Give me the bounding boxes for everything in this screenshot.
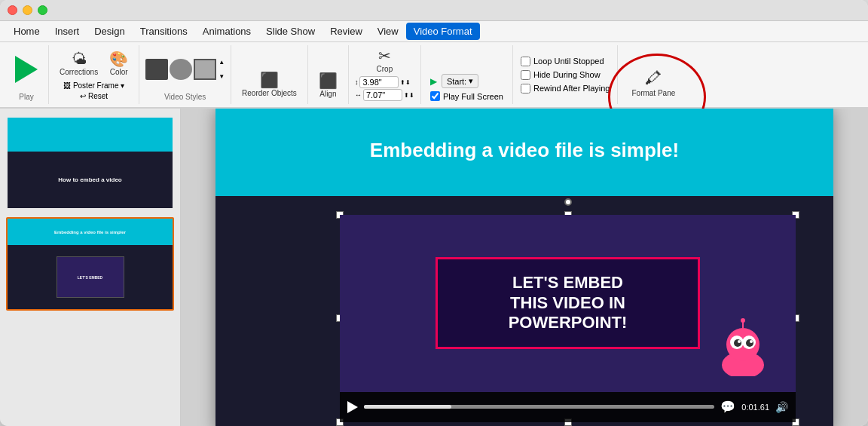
- video-styles-row: ▲ ▼: [145, 47, 225, 91]
- menu-insert[interactable]: Insert: [47, 23, 87, 40]
- ribbon: Play 🌤 Corrections 🎨 Color 🖼 Poster: [0, 42, 868, 109]
- video-style-swatch-1[interactable]: [145, 59, 168, 80]
- size-h-arrows: ⬆⬇: [404, 92, 414, 99]
- ribbon-group-format-pane: 🖍 Format Pane: [618, 45, 689, 104]
- video-progress-fill: [364, 405, 451, 409]
- menu-transitions[interactable]: Transitions: [133, 23, 195, 40]
- app-window: Home Insert Design Transitions Animation…: [0, 0, 868, 426]
- ribbon-group-align: ⬛ Align: [308, 45, 349, 104]
- size-height-input[interactable]: [363, 89, 402, 101]
- poster-frame-btn[interactable]: 🖼 Poster Frame ▾: [60, 80, 127, 91]
- menu-video-format[interactable]: Video Format: [406, 23, 480, 40]
- play-button[interactable]: [11, 53, 42, 86]
- thumb2-title: Embedding a video file is simpler: [53, 228, 127, 236]
- thumb2-teal: Embedding a video file is simpler: [8, 219, 173, 245]
- size-w-icon: ↕: [355, 78, 359, 86]
- start-row: ▶ Start: ▾: [430, 74, 503, 88]
- video-style-swatch-2[interactable]: [170, 59, 192, 80]
- loop-row: Loop Until Stopped: [521, 57, 610, 66]
- size-width-input[interactable]: [359, 76, 399, 88]
- thumb1-label: How to embed a video: [55, 173, 124, 186]
- svg-point-9: [741, 318, 745, 323]
- corrections-icon: 🌤: [72, 51, 87, 66]
- close-button[interactable]: [8, 5, 17, 15]
- corrections-label: Corrections: [60, 68, 98, 76]
- video-play-button[interactable]: [347, 401, 358, 413]
- start-play-icon: ▶: [430, 76, 437, 87]
- ribbon-wrapper: Play 🌤 Corrections 🎨 Color 🖼 Poster: [0, 42, 868, 109]
- ribbon-group-loop-options: Loop Until Stopped Hide During Show Rewi…: [513, 45, 619, 104]
- video-style-more[interactable]: ▲ ▼: [219, 59, 225, 80]
- slide-thumb-1[interactable]: How to embed a video: [6, 116, 174, 210]
- svg-point-4: [734, 339, 741, 347]
- crop-icon: ✂: [378, 48, 391, 63]
- play-full-screen-label: Play Full Screen: [443, 92, 503, 101]
- video-time: 0:01.61: [741, 403, 769, 412]
- playback-options: ▶ Start: ▾ Play Full Screen: [430, 74, 503, 101]
- menu-view[interactable]: View: [370, 23, 406, 40]
- video-title-card: LET'S EMBED THIS VIDEO IN POWERPOINT!: [436, 257, 700, 348]
- crop-button[interactable]: ✂ Crop: [371, 45, 398, 76]
- rewind-row: Rewind After Playing: [521, 84, 610, 93]
- play-full-screen-checkbox[interactable]: [430, 91, 440, 101]
- slide-thumb-2[interactable]: Embedding a video file is simpler LET'S …: [6, 217, 174, 311]
- slide-thumb-1-inner: How to embed a video: [8, 118, 173, 208]
- video-volume-button[interactable]: 🔊: [775, 401, 788, 413]
- crop-label: Crop: [377, 65, 393, 73]
- corrections-row: 🌤 Corrections 🎨 Color: [55, 47, 133, 80]
- reset-label: Reset: [88, 92, 108, 100]
- slide-canvas: Embedding a video file is simple!: [181, 109, 868, 426]
- video-inner: LET'S EMBED THIS VIDEO IN POWERPOINT!: [340, 215, 796, 392]
- video-selected-container[interactable]: LET'S EMBED THIS VIDEO IN POWERPOINT!: [340, 215, 796, 422]
- loop-checkbox[interactable]: [521, 57, 530, 66]
- rewind-label: Rewind After Playing: [533, 84, 610, 93]
- rewind-checkbox[interactable]: [521, 84, 530, 93]
- video-caption-button[interactable]: 💬: [720, 400, 735, 414]
- svg-point-5: [746, 339, 753, 347]
- slide-thumb-2-inner: Embedding a video file is simpler LET'S …: [8, 219, 173, 309]
- align-button[interactable]: ⬛ Align: [314, 70, 342, 101]
- thumb1-bg: How to embed a video: [8, 118, 173, 208]
- thumb2-video-preview: LET'S EMBED: [57, 256, 124, 298]
- thumb2-bg: Embedding a video file is simpler LET'S …: [8, 219, 173, 309]
- svg-point-7: [750, 340, 753, 343]
- menu-review[interactable]: Review: [322, 23, 370, 40]
- play-label: Play: [19, 93, 33, 101]
- loop-label: Loop Until Stopped: [533, 57, 604, 66]
- format-pane-button[interactable]: 🖍 Format Pane: [624, 66, 683, 101]
- corrections-button[interactable]: 🌤 Corrections: [55, 48, 102, 79]
- slide-content: Embedding a video file is simple!: [215, 109, 833, 426]
- reorder-objects-button[interactable]: ⬛ Reorder Objects: [237, 69, 301, 101]
- menu-home[interactable]: Home: [6, 23, 47, 40]
- color-label: Color: [110, 68, 128, 76]
- color-icon: 🎨: [109, 51, 128, 66]
- color-button[interactable]: 🎨 Color: [105, 48, 133, 79]
- menu-slideshow[interactable]: Slide Show: [258, 23, 322, 40]
- menu-animations[interactable]: Animations: [195, 23, 258, 40]
- title-bar: [0, 0, 868, 21]
- menu-design[interactable]: Design: [87, 23, 132, 40]
- video-style-swatch-3[interactable]: [194, 59, 216, 80]
- hide-checkbox[interactable]: [521, 70, 530, 80]
- poster-frame-icon: 🖼: [63, 81, 71, 90]
- size-h-icon: ↔: [355, 91, 362, 99]
- poster-frame-label: Poster Frame ▾: [73, 81, 124, 90]
- start-dropdown-button[interactable]: Start: ▾: [442, 74, 478, 88]
- video-progress-bar[interactable]: [364, 405, 714, 409]
- format-pane-icon: 🖍: [645, 69, 662, 88]
- video-title-line1: LET'S EMBED: [454, 273, 681, 293]
- rotate-handle[interactable]: [564, 198, 572, 206]
- maximize-button[interactable]: [38, 5, 47, 15]
- reset-btn[interactable]: ↩ Reset: [77, 91, 111, 101]
- ribbon-group-video-styles: ▲ ▼ Video Styles: [139, 45, 231, 104]
- size-w-row: ↕ ⬆⬇: [355, 76, 414, 88]
- minimize-button[interactable]: [23, 5, 32, 15]
- size-h-row: ↔ ⬆⬇: [355, 89, 414, 101]
- svg-point-6: [738, 340, 741, 343]
- slide-teal-header: Embedding a video file is simple!: [215, 109, 833, 196]
- reset-icon: ↩: [80, 92, 86, 100]
- video-character: [713, 308, 773, 385]
- ribbon-group-corrections: 🌤 Corrections 🎨 Color 🖼 Poster Frame ▾ ↩…: [49, 45, 139, 104]
- loop-options: Loop Until Stopped Hide During Show Rewi…: [521, 57, 610, 93]
- play-triangle-icon: [15, 56, 38, 83]
